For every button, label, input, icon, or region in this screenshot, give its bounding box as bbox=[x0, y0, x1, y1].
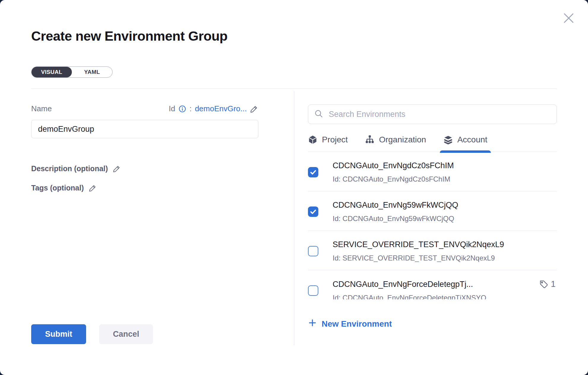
header-divider bbox=[31, 88, 557, 89]
modal-content: Name Id : demoEnvGro... Description (opt… bbox=[31, 91, 557, 375]
form-pane: Name Id : demoEnvGro... Description (opt… bbox=[31, 91, 294, 375]
info-icon[interactable] bbox=[178, 105, 186, 113]
tab-account[interactable]: Account bbox=[443, 135, 487, 152]
checkbox-unchecked[interactable] bbox=[308, 246, 318, 256]
environment-row[interactable]: CDCNGAuto_EnvNgForceDeletegpTj...1Id: CD… bbox=[308, 270, 557, 299]
environment-name: SERVICE_OVERRIDE_TEST_ENVQik2NqexL9 bbox=[333, 240, 504, 249]
cube-icon bbox=[308, 135, 317, 144]
tab-project[interactable]: Project bbox=[308, 135, 348, 152]
id-separator: : bbox=[189, 104, 192, 113]
tag-count: 1 bbox=[551, 279, 556, 289]
environment-id: Id: SERVICE_OVERRIDE_TEST_ENVQik2NqexL9 bbox=[333, 254, 556, 262]
visual-yaml-toggle: VISUALYAML bbox=[31, 66, 113, 78]
environment-name: CDCNGAuto_EnvNgdCz0sFChIM bbox=[333, 161, 454, 170]
environment-row[interactable]: CDCNGAuto_EnvNg59wFkWCjQQId: CDCNGAuto_E… bbox=[308, 191, 557, 231]
environment-id: Id: CDCNGAuto_EnvNg59wFkWCjQQ bbox=[333, 214, 556, 223]
footer-buttons: Submit Cancel bbox=[31, 324, 258, 344]
tab-label: Account bbox=[457, 135, 487, 144]
org-chart-icon bbox=[365, 135, 374, 144]
layers-icon bbox=[443, 135, 453, 144]
close-button[interactable] bbox=[562, 11, 576, 25]
toggle-yaml[interactable]: YAML bbox=[72, 67, 112, 77]
tag-icon bbox=[539, 280, 548, 289]
name-input[interactable] bbox=[31, 120, 258, 138]
checkbox-checked[interactable] bbox=[308, 167, 318, 177]
checkbox-unchecked[interactable] bbox=[308, 285, 318, 296]
checkbox-checked[interactable] bbox=[308, 206, 318, 217]
cancel-button[interactable]: Cancel bbox=[99, 324, 153, 344]
tab-label: Organization bbox=[379, 135, 426, 144]
tags-row: Tags (optional) bbox=[31, 184, 258, 192]
submit-button[interactable]: Submit bbox=[31, 324, 86, 344]
tags-label: Tags (optional) bbox=[31, 184, 84, 192]
environment-id: Id: CDCNGAuto_EnvNgdCz0sFChIM bbox=[333, 175, 556, 183]
page-title: Create new Environment Group bbox=[31, 28, 557, 44]
description-label: Description (optional) bbox=[31, 164, 108, 173]
environment-id: Id: CDCNGAuto_EnvNgForceDeletegpTjXNSYQ bbox=[333, 294, 556, 299]
name-label: Name bbox=[31, 104, 52, 113]
environment-name: CDCNGAuto_EnvNg59wFkWCjQQ bbox=[333, 200, 458, 210]
close-icon bbox=[562, 21, 576, 26]
edit-id-pencil-icon[interactable] bbox=[250, 105, 258, 113]
search-input[interactable] bbox=[328, 109, 551, 119]
environment-text: CDCNGAuto_EnvNg59wFkWCjQQId: CDCNGAuto_E… bbox=[333, 200, 556, 223]
environment-text: CDCNGAuto_EnvNgdCz0sFChIMId: CDCNGAuto_E… bbox=[333, 161, 556, 183]
tab-label: Project bbox=[322, 135, 348, 144]
edit-tags-pencil-icon[interactable] bbox=[89, 184, 97, 192]
new-environment-label: New Environment bbox=[322, 319, 392, 329]
environment-name: CDCNGAuto_EnvNgForceDeletegpTj... bbox=[333, 279, 473, 289]
environment-list: CDCNGAuto_EnvNgdCz0sFChIMId: CDCNGAuto_E… bbox=[308, 152, 557, 299]
plus-icon bbox=[308, 318, 317, 329]
create-environment-group-modal: Create new Environment Group VISUALYAML … bbox=[0, 0, 588, 375]
environments-pane: ProjectOrganizationAccount CDCNGAuto_Env… bbox=[294, 91, 557, 345]
edit-description-pencil-icon[interactable] bbox=[113, 165, 121, 173]
scope-tabs: ProjectOrganizationAccount bbox=[308, 135, 557, 152]
environment-row[interactable]: SERVICE_OVERRIDE_TEST_ENVQik2NqexL9Id: S… bbox=[308, 231, 557, 270]
description-row: Description (optional) bbox=[31, 164, 258, 173]
entity-id-value[interactable]: demoEnvGro... bbox=[195, 104, 247, 113]
name-id-row: Name Id : demoEnvGro... bbox=[31, 104, 258, 113]
tag-count-badge: 1 bbox=[539, 279, 556, 289]
new-environment-button[interactable]: New Environment bbox=[308, 318, 392, 329]
toggle-visual[interactable]: VISUAL bbox=[31, 67, 72, 77]
search-box bbox=[308, 104, 557, 124]
environment-row[interactable]: CDCNGAuto_EnvNgdCz0sFChIMId: CDCNGAuto_E… bbox=[308, 152, 557, 191]
id-label: Id bbox=[169, 104, 175, 113]
entity-id-group: Id : demoEnvGro... bbox=[169, 104, 258, 113]
search-icon bbox=[314, 109, 323, 119]
environment-text: SERVICE_OVERRIDE_TEST_ENVQik2NqexL9Id: S… bbox=[333, 240, 556, 262]
environment-text: CDCNGAuto_EnvNgForceDeletegpTj...1Id: CD… bbox=[333, 279, 556, 299]
tab-organization[interactable]: Organization bbox=[365, 135, 426, 152]
